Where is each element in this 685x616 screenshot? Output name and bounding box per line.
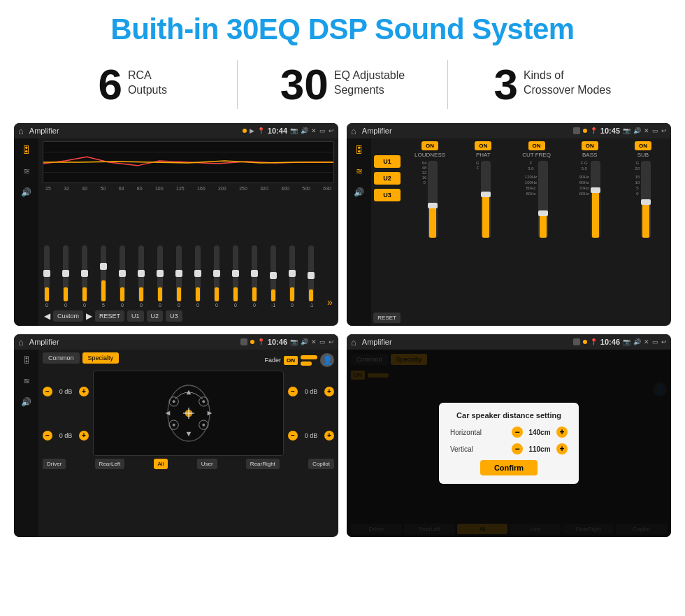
fader-plus-1[interactable]: + bbox=[79, 387, 89, 396]
stat-eq: 30 EQ AdjustableSegments bbox=[252, 63, 433, 106]
fader-dot bbox=[250, 340, 254, 344]
dialog-home-icon[interactable]: ⌂ bbox=[351, 337, 356, 348]
eq-u2-btn[interactable]: U2 bbox=[147, 310, 164, 322]
eq-prev-btn[interactable]: ◀ bbox=[44, 310, 50, 322]
eq-slider-13[interactable]: 0 bbox=[289, 245, 295, 308]
crossover-x-icon: ✕ bbox=[644, 127, 649, 134]
eq-body: 🎛 ≋ 🔊 bbox=[14, 138, 338, 326]
eq-next-btn[interactable]: ▶ bbox=[86, 310, 92, 322]
eq-u1-btn[interactable]: U1 bbox=[127, 310, 144, 322]
bass-slider[interactable] bbox=[591, 161, 600, 238]
fader-wave-icon[interactable]: ≋ bbox=[23, 376, 30, 386]
fader-rearleft-btn[interactable]: RearLeft bbox=[95, 459, 125, 469]
crossover-home-icon[interactable]: ⌂ bbox=[351, 126, 356, 136]
fader-minus-2[interactable]: − bbox=[43, 431, 52, 440]
fader-plus-4[interactable]: + bbox=[324, 431, 334, 440]
dialog-vertical-minus[interactable]: − bbox=[512, 443, 523, 454]
stat-divider-2 bbox=[447, 60, 448, 109]
fader-plus-2[interactable]: + bbox=[79, 431, 89, 440]
fader-minus-4[interactable]: − bbox=[288, 431, 298, 440]
dialog-horizontal-label: Horizontal bbox=[450, 429, 482, 436]
fader-user-btn[interactable]: User bbox=[197, 459, 217, 469]
eq-slider-3[interactable]: 5 bbox=[101, 245, 106, 308]
eq-slider-14[interactable]: -1 bbox=[308, 245, 314, 308]
crossover-filter-icon[interactable]: 🎛 bbox=[354, 144, 364, 155]
crossover-reset-btn[interactable]: RESET bbox=[373, 313, 401, 323]
fader-common-tab[interactable]: Common bbox=[43, 352, 80, 364]
eq-wave-icon[interactable]: ≋ bbox=[23, 166, 30, 176]
fader-home-icon[interactable]: ⌂ bbox=[18, 337, 24, 348]
fader-rearright-btn[interactable]: RearRight bbox=[246, 459, 280, 469]
eq-slider-10[interactable]: 0 bbox=[233, 245, 238, 308]
fader-minus-3[interactable]: − bbox=[288, 387, 298, 396]
eq-slider-2[interactable]: 0 bbox=[82, 245, 87, 308]
fader-time: 10:46 bbox=[268, 338, 287, 346]
fader-plus-3[interactable]: + bbox=[324, 387, 334, 396]
dialog-vertical-label: Vertical bbox=[450, 445, 473, 453]
dialog-horizontal-plus[interactable]: + bbox=[556, 427, 568, 438]
stat-eq-number: 30 bbox=[280, 63, 329, 106]
loudness-slider[interactable] bbox=[428, 161, 438, 238]
eq-rect-icon: ▭ bbox=[319, 127, 326, 134]
eq-slider-11[interactable]: 0 bbox=[252, 245, 257, 308]
eq-filter-icon[interactable]: 🎛 bbox=[22, 144, 31, 155]
loudness-on-btn[interactable]: ON bbox=[421, 141, 438, 150]
dialog-vertical-plus[interactable]: + bbox=[556, 443, 568, 454]
cutfreq-slider[interactable] bbox=[538, 161, 548, 238]
crossover-status-bar: ⌂ Amplifier 📍 10:45 📷 🔊 ✕ ▭ ↩ bbox=[347, 123, 671, 138]
dialog-horizontal-minus[interactable]: − bbox=[512, 427, 523, 438]
eq-slider-12[interactable]: -1 bbox=[271, 245, 276, 308]
eq-vol-icon: 🔊 bbox=[301, 127, 308, 134]
eq-slider-9[interactable]: 0 bbox=[214, 245, 219, 308]
crossover-location-icon: 📍 bbox=[590, 127, 598, 134]
phat-slider[interactable] bbox=[481, 161, 491, 238]
eq-back-icon[interactable]: ↩ bbox=[329, 127, 334, 134]
eq-slider-more[interactable]: » bbox=[327, 296, 333, 308]
eq-slider-5[interactable]: 0 bbox=[138, 245, 144, 308]
eq-custom-btn[interactable]: Custom bbox=[53, 310, 83, 322]
fader-driver-btn[interactable]: Driver bbox=[43, 459, 66, 469]
freq-80: 80 bbox=[137, 186, 143, 191]
fader-speaker-icon[interactable]: 🔊 bbox=[21, 397, 31, 407]
bass-on-btn[interactable]: ON bbox=[582, 141, 598, 150]
svg-point-16 bbox=[202, 400, 205, 403]
fader-bottom-btns: Driver RearLeft All User RearRight Copil… bbox=[43, 459, 334, 469]
preset-u3-btn[interactable]: U3 bbox=[374, 189, 401, 201]
dialog-confirm-btn[interactable]: Confirm bbox=[480, 460, 538, 475]
fader-all-btn[interactable]: All bbox=[154, 459, 168, 469]
fader-copilot-btn[interactable]: Copilot bbox=[308, 459, 334, 469]
crossover-speaker-icon[interactable]: 🔊 bbox=[354, 187, 364, 197]
eq-speaker-icon[interactable]: 🔊 bbox=[21, 187, 31, 197]
freq-160: 160 bbox=[197, 186, 206, 191]
crossover-vol-icon: 🔊 bbox=[633, 127, 641, 134]
fader-back-icon[interactable]: ↩ bbox=[329, 338, 334, 345]
eq-slider-6[interactable]: 0 bbox=[157, 245, 163, 308]
eq-slider-0[interactable]: 0 bbox=[44, 245, 50, 308]
eq-slider-4[interactable]: 0 bbox=[120, 245, 125, 308]
dialog-icon1 bbox=[573, 338, 580, 345]
fader-filter-icon[interactable]: 🎛 bbox=[22, 355, 31, 365]
sub-on-btn[interactable]: ON bbox=[635, 141, 651, 150]
eq-slider-7[interactable]: 0 bbox=[176, 245, 182, 308]
preset-u1-btn[interactable]: U1 bbox=[374, 155, 401, 168]
fader-on-btn[interactable]: ON bbox=[284, 356, 298, 365]
eq-reset-btn[interactable]: RESET bbox=[95, 310, 124, 322]
dialog-back-icon[interactable]: ↩ bbox=[661, 338, 667, 345]
preset-u2-btn[interactable]: U2 bbox=[374, 172, 401, 185]
fader-minus-1[interactable]: − bbox=[43, 387, 52, 396]
eq-u3-btn[interactable]: U3 bbox=[166, 310, 182, 322]
dialog-screen: ⌂ Amplifier 📍 10:46 📷 🔊 ✕ ▭ ↩ Common Spe… bbox=[347, 334, 671, 537]
fader-specialty-tab[interactable]: Specialty bbox=[82, 352, 120, 364]
sub-slider[interactable] bbox=[641, 161, 651, 238]
crossover-wave-icon[interactable]: ≋ bbox=[356, 166, 363, 176]
stats-row: 6 RCAOutputs 30 EQ AdjustableSegments 3 … bbox=[0, 55, 685, 120]
fader-icon1 bbox=[240, 338, 247, 345]
stat-eq-label: EQ AdjustableSegments bbox=[334, 63, 405, 98]
eq-home-icon[interactable]: ⌂ bbox=[18, 126, 24, 136]
sub-label: SUB bbox=[637, 152, 649, 158]
phat-on-btn[interactable]: ON bbox=[475, 141, 491, 150]
crossover-back-icon[interactable]: ↩ bbox=[661, 127, 667, 134]
eq-slider-1[interactable]: 0 bbox=[63, 245, 68, 308]
cutfreq-on-btn[interactable]: ON bbox=[528, 141, 545, 150]
eq-slider-8[interactable]: 0 bbox=[195, 245, 201, 308]
